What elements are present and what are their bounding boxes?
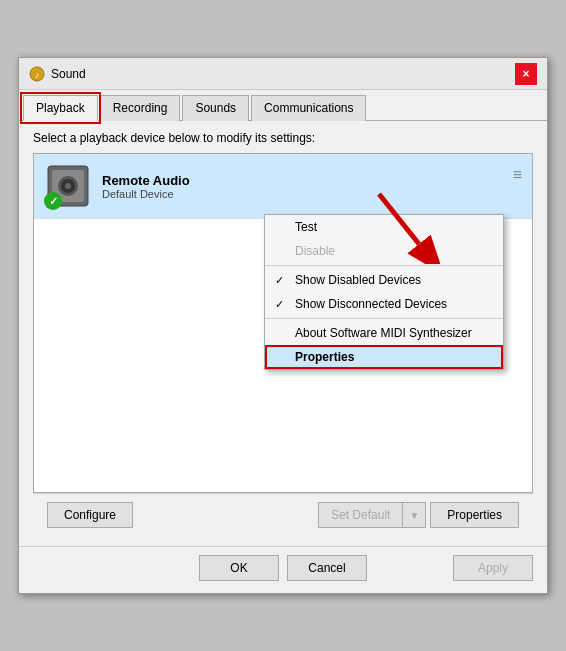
footer-center-buttons: OK Cancel: [199, 555, 367, 581]
device-item-remote-audio[interactable]: ✓ Remote Audio Default Device ≡: [34, 154, 532, 219]
title-bar-left: ♪ Sound: [29, 66, 86, 82]
dialog-footer: OK Cancel Apply: [19, 546, 547, 593]
sound-dialog: ♪ Sound × Playback Recording Sounds Comm…: [18, 57, 548, 594]
svg-point-6: [65, 183, 71, 189]
tab-communications[interactable]: Communications: [251, 95, 366, 121]
cancel-button[interactable]: Cancel: [287, 555, 367, 581]
apply-button[interactable]: Apply: [453, 555, 533, 581]
ctx-item-show-disabled[interactable]: ✓ Show Disabled Devices: [265, 268, 503, 292]
set-default-button[interactable]: Set Default: [318, 502, 402, 528]
tab-bar: Playback Recording Sounds Communications: [19, 90, 547, 121]
device-icon-wrapper: ✓: [44, 162, 92, 210]
device-name: Remote Audio: [102, 173, 503, 188]
ctx-item-test[interactable]: Test: [265, 215, 503, 239]
configure-button[interactable]: Configure: [47, 502, 133, 528]
sound-title-icon: ♪: [29, 66, 45, 82]
checkmark-disabled: ✓: [275, 274, 284, 287]
title-bar: ♪ Sound ×: [19, 58, 547, 90]
device-info: Remote Audio Default Device: [102, 173, 503, 200]
scrollbar-icon: ≡: [513, 166, 522, 184]
close-button[interactable]: ×: [515, 63, 537, 85]
tab-recording[interactable]: Recording: [100, 95, 181, 121]
set-default-group: Set Default ▼: [318, 502, 426, 528]
description-text: Select a playback device below to modify…: [33, 131, 533, 145]
bottom-button-bar: Configure Set Default ▼ Properties: [33, 493, 533, 536]
default-check-icon: ✓: [44, 192, 62, 210]
tab-sounds[interactable]: Sounds: [182, 95, 249, 121]
footer-right: Apply: [375, 555, 533, 581]
device-list[interactable]: ✓ Remote Audio Default Device ≡ Test Dis…: [33, 153, 533, 493]
ctx-separator-1: [265, 265, 503, 266]
svg-text:♪: ♪: [35, 70, 40, 80]
ctx-item-show-disconnected[interactable]: ✓ Show Disconnected Devices: [265, 292, 503, 316]
ok-button[interactable]: OK: [199, 555, 279, 581]
context-menu: Test Disable ✓ Show Disabled Devices ✓ S…: [264, 214, 504, 370]
ctx-item-disable[interactable]: Disable: [265, 239, 503, 263]
ctx-separator-2: [265, 318, 503, 319]
tab-playback[interactable]: Playback: [23, 95, 98, 121]
properties-button[interactable]: Properties: [430, 502, 519, 528]
bottom-right-buttons: Set Default ▼ Properties: [318, 502, 519, 528]
dialog-title: Sound: [51, 67, 86, 81]
set-default-dropdown-button[interactable]: ▼: [402, 502, 426, 528]
bottom-left-buttons: Configure: [47, 502, 133, 528]
device-status: Default Device: [102, 188, 503, 200]
checkmark-disconnected: ✓: [275, 298, 284, 311]
dialog-body: Select a playback device below to modify…: [19, 121, 547, 546]
ctx-item-properties[interactable]: Properties: [265, 345, 503, 369]
ctx-item-about-midi[interactable]: About Software MIDI Synthesizer: [265, 321, 503, 345]
